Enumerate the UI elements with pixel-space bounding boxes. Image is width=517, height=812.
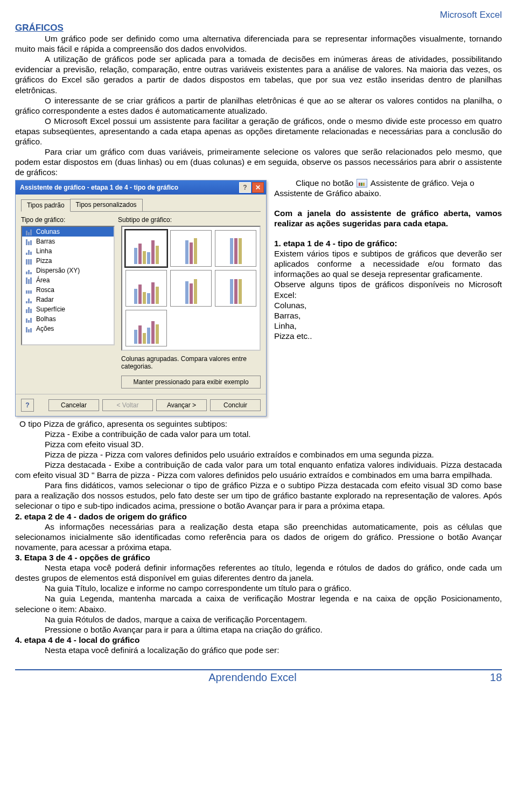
chart-subtype-label: Subtipo de gráfico: [118, 216, 172, 224]
paragraph: Na guia Legenda, mantenha marcada a caix… [15, 593, 502, 614]
paragraph: Pressione o botão Avançar para ir para a… [15, 624, 502, 635]
paragraph: As informações necessárias para a realiz… [15, 522, 502, 552]
list-item: Radar [22, 295, 114, 304]
subtype-thumb[interactable] [170, 270, 212, 307]
paragraph: A utilização de gráficos pode ser aplica… [15, 54, 502, 95]
paragraph: Pizza - Exibe a contribuição de cada val… [15, 429, 502, 439]
list-item: Superfície [22, 304, 114, 314]
paragraph: Na guia Título, localize e informe no ca… [15, 583, 502, 593]
paragraph: Para fins didáticos, vamos selecionar o … [15, 480, 502, 511]
dialog-help-icon[interactable]: ? [21, 399, 34, 412]
page-number: 18 [490, 671, 502, 684]
chart-wizard-icon [357, 179, 367, 188]
chart-type-label: Tipo de gráfico: [21, 216, 118, 224]
list-item: Área [22, 275, 114, 285]
section-title: GRÁFICOS [15, 23, 64, 33]
chart-subtype-grid[interactable] [121, 226, 261, 351]
tab-standard-types[interactable]: Tipos padrão [21, 199, 71, 212]
subtype-thumb[interactable] [125, 310, 167, 346]
paragraph: Pizza destacada - Exibe a contribuição d… [15, 460, 502, 480]
subtype-thumb[interactable] [215, 270, 256, 307]
step4-title: 4. etapa 4 de 4 - local do gráfico [15, 635, 502, 645]
list-item: Linha [22, 246, 114, 256]
help-button[interactable]: ? [239, 182, 251, 193]
paragraph: Na guia Rótulos de dados, marque a caixa… [15, 614, 502, 624]
paragraph: Nesta etapa você definirá a localização … [15, 645, 502, 655]
next-button[interactable]: Avançar > [156, 399, 207, 411]
paragraph: Pizza de pizza - Pizza com valores defin… [15, 449, 502, 460]
product-name: Microsoft Excel [15, 10, 502, 20]
subtype-thumb[interactable] [125, 230, 167, 267]
click-text: Clique no botão [296, 178, 355, 188]
list-item: Pizza [22, 256, 114, 266]
list-item: Colunas [22, 227, 114, 237]
footer-title: Aprendendo Excel [208, 671, 296, 684]
step3-title: 3. Etapa 3 de 4 - opções de gráfico [15, 552, 502, 563]
list-item: Dispersão (XY) [22, 266, 114, 275]
step2-title: 2. etapa 2 de 4 - dados de origem do grá… [15, 511, 502, 522]
preview-button[interactable]: Manter pressionado para exibir exemplo [121, 376, 261, 388]
subtype-description: Colunas agrupadas. Compara valores entre… [121, 355, 261, 372]
cancel-button[interactable]: Cancelar [48, 399, 99, 411]
paragraph: Um gráfico pode ser definido como uma al… [15, 33, 502, 54]
finish-button[interactable]: Concluir [210, 399, 261, 411]
chart-type-list[interactable]: Colunas Barras Linha Pizza Dispersão (XY… [21, 226, 115, 345]
subtype-thumb[interactable] [215, 230, 256, 267]
subtype-thumb[interactable] [170, 230, 212, 267]
back-button: < Voltar [102, 399, 153, 411]
tab-custom-types[interactable]: Tipos personalizados [70, 199, 143, 211]
list-item: Barras [22, 237, 114, 246]
paragraph: Para criar um gráfico com duas variáveis… [15, 147, 502, 177]
list-item: Bolhas [22, 314, 114, 324]
paragraph: O interessante de se criar gráficos a pa… [15, 95, 502, 116]
close-button[interactable]: ✕ [252, 182, 264, 193]
chart-wizard-dialog: Assistente de gráfico - etapa 1 de 4 - t… [15, 180, 267, 417]
dialog-title: Assistente de gráfico - etapa 1 de 4 - t… [20, 184, 178, 191]
list-item: Ações [22, 324, 114, 334]
list-item: Rosca [22, 285, 114, 295]
paragraph: Pizza com efeito visual 3D. [15, 439, 502, 449]
paragraph: O tipo Pizza de gráfico, apresenta os se… [15, 419, 502, 429]
paragraph: Nesta etapa você poderá definir informaç… [15, 563, 502, 583]
paragraph: O Microsoft Excel possui um assistente p… [15, 116, 502, 147]
subtype-thumb[interactable] [125, 270, 167, 307]
